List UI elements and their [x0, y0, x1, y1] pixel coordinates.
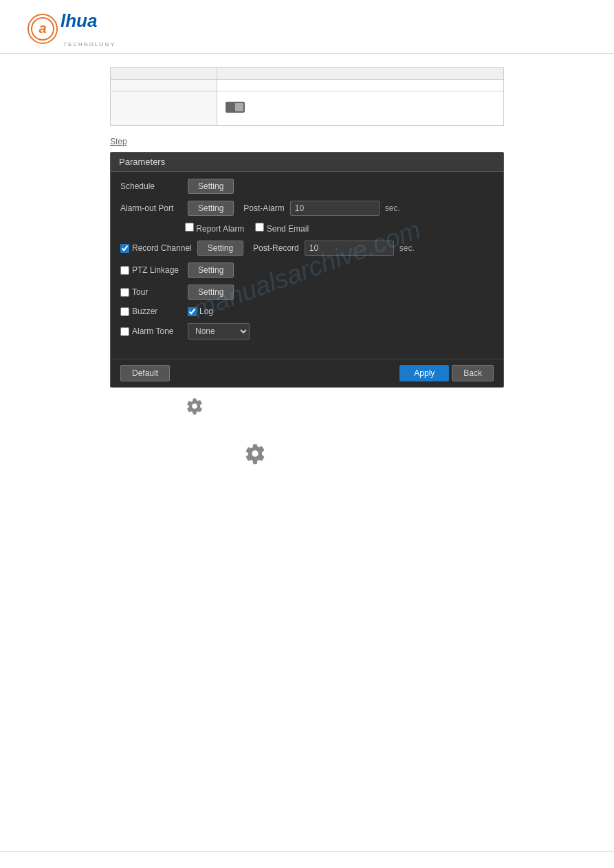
apply-button[interactable]: Apply: [399, 365, 449, 381]
alarm-tone-label: Alarm Tone: [120, 326, 182, 336]
post-alarm-label: Post-Alarm: [243, 203, 284, 213]
footer-right-buttons: Apply Back: [399, 365, 494, 381]
back-button[interactable]: Back: [452, 365, 494, 381]
logo: a lhua TECHNOLOGY: [28, 10, 116, 47]
gear-section-1: [186, 397, 504, 415]
table-header-desc: [217, 68, 504, 80]
alarm-tone-row: Alarm Tone None Tone1 Tone2: [120, 323, 494, 340]
logo-subtitle: TECHNOLOGY: [63, 41, 116, 47]
ptz-linkage-setting-btn[interactable]: Setting: [188, 263, 234, 278]
gear-icon-2: [244, 443, 266, 465]
doc-table: [110, 67, 504, 126]
record-channel-label: Record Channel: [120, 243, 192, 253]
gear-section-2: [244, 443, 504, 465]
table-header-param: [111, 68, 217, 80]
alarm-out-label: Alarm-out Port: [120, 203, 182, 213]
cb-group-report: Report Alarm Send Email: [185, 223, 309, 234]
table-cell-param1: [111, 80, 217, 91]
schedule-row: Schedule Setting: [120, 179, 494, 194]
record-channel-setting-btn[interactable]: Setting: [197, 241, 243, 256]
post-record-input[interactable]: [305, 241, 394, 256]
ptz-linkage-row: PTZ Linkage Setting: [120, 263, 494, 278]
tour-checkbox[interactable]: [120, 288, 129, 297]
report-alarm-checkbox[interactable]: [185, 223, 194, 232]
buzzer-log-row: Buzzer Log: [120, 307, 494, 316]
record-channel-checkbox[interactable]: [120, 244, 129, 253]
buzzer-label: Buzzer: [120, 307, 182, 316]
post-alarm-input[interactable]: [290, 201, 380, 216]
logo-icon: a: [28, 14, 58, 44]
svg-text:a: a: [39, 21, 46, 36]
alarm-tone-select[interactable]: None Tone1 Tone2: [188, 323, 250, 340]
tour-row: Tour Setting: [120, 285, 494, 300]
table-cell-desc2: [217, 91, 504, 126]
report-alarm-check-label: Report Alarm: [185, 223, 244, 234]
toggle-switch[interactable]: [226, 102, 245, 113]
post-record-label: Post-Record: [253, 243, 299, 253]
log-label: Log: [188, 307, 213, 316]
send-email-checkbox[interactable]: [255, 223, 264, 232]
post-alarm-unit: sec.: [385, 203, 400, 213]
table-cell-desc1: [217, 80, 504, 91]
schedule-setting-btn[interactable]: Setting: [188, 179, 234, 194]
send-email-check-label: Send Email: [255, 223, 309, 234]
table-row: [111, 68, 504, 80]
params-title: Parameters: [111, 153, 503, 172]
params-dialog: manualsarchive.com Parameters Schedule S…: [110, 152, 504, 388]
post-record-unit: sec.: [399, 243, 415, 253]
logo-text: lhua: [61, 10, 97, 31]
table-cell-param2: [111, 91, 217, 126]
table-row: [111, 80, 504, 91]
params-footer: Default Apply Back: [111, 359, 503, 387]
record-channel-row: Record Channel Setting Post-Record sec.: [120, 241, 494, 256]
report-alarm-row: Report Alarm Send Email: [120, 223, 494, 234]
schedule-label: Schedule: [120, 181, 182, 191]
tour-setting-btn[interactable]: Setting: [188, 285, 234, 300]
table-section: [110, 67, 504, 126]
tour-label: Tour: [120, 287, 182, 297]
alarm-out-row: Alarm-out Port Setting Post-Alarm sec.: [120, 201, 494, 216]
ptz-linkage-checkbox[interactable]: [120, 266, 129, 275]
table-row: [111, 91, 504, 126]
alarm-tone-checkbox[interactable]: [120, 327, 129, 336]
gear-icon-1: [186, 397, 204, 415]
params-body: Schedule Setting Alarm-out Port Setting …: [111, 172, 503, 356]
page-footer: [0, 851, 614, 854]
alarm-out-setting-btn[interactable]: Setting: [188, 201, 234, 216]
log-checkbox[interactable]: [188, 307, 197, 316]
default-button[interactable]: Default: [120, 365, 170, 381]
header: a lhua TECHNOLOGY: [0, 0, 614, 54]
step-label: Step: [110, 137, 504, 146]
ptz-linkage-label: PTZ Linkage: [120, 265, 182, 275]
buzzer-checkbox[interactable]: [120, 307, 129, 316]
